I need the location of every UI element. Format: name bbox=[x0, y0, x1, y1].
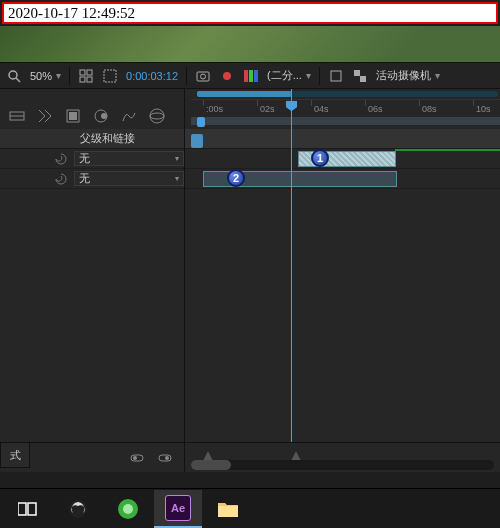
svg-point-8 bbox=[201, 74, 206, 79]
annotation-1: 1 bbox=[311, 149, 329, 167]
graph-editor-icon[interactable] bbox=[120, 107, 138, 125]
chevron-down-icon: ▾ bbox=[175, 154, 179, 163]
motion-blur-icon[interactable] bbox=[92, 107, 110, 125]
svg-point-0 bbox=[9, 71, 17, 79]
zoom-slider[interactable] bbox=[191, 460, 494, 470]
svg-point-19 bbox=[150, 113, 164, 119]
pickwhip-icon[interactable] bbox=[54, 152, 68, 166]
taskbar-app-explorer[interactable] bbox=[204, 490, 252, 528]
work-area-handle[interactable] bbox=[197, 91, 292, 97]
toggle-switches-icon[interactable] bbox=[130, 451, 144, 465]
svg-line-1 bbox=[16, 78, 20, 82]
parent-value: 无 bbox=[79, 171, 90, 186]
tick-label: 04s bbox=[314, 104, 329, 114]
tick-label: 08s bbox=[422, 104, 437, 114]
timecode-display[interactable]: 0:00:03:12 bbox=[126, 70, 178, 82]
svg-rect-5 bbox=[87, 77, 92, 82]
task-view-button[interactable] bbox=[4, 490, 52, 528]
svg-rect-11 bbox=[360, 76, 366, 82]
column-header-parent[interactable]: 父级和链接 bbox=[0, 129, 184, 149]
mode-label[interactable]: 式 bbox=[0, 442, 30, 468]
render-icon[interactable] bbox=[8, 107, 26, 125]
chevron-down-icon[interactable]: ▾ bbox=[306, 70, 311, 81]
svg-point-17 bbox=[101, 113, 107, 119]
windows-taskbar: Ae bbox=[0, 488, 500, 528]
composition-viewer[interactable] bbox=[0, 26, 500, 62]
snapshot-icon[interactable] bbox=[195, 68, 211, 84]
tick-label: 06s bbox=[368, 104, 383, 114]
mask-icon[interactable] bbox=[102, 68, 118, 84]
ae-icon: Ae bbox=[165, 495, 191, 521]
svg-point-21 bbox=[133, 456, 137, 460]
time-navigator[interactable] bbox=[191, 117, 500, 125]
svg-rect-25 bbox=[28, 503, 36, 515]
zoom-handle[interactable] bbox=[191, 460, 231, 470]
svg-point-18 bbox=[150, 109, 164, 123]
svg-rect-2 bbox=[80, 70, 85, 75]
shy-icon[interactable] bbox=[36, 107, 54, 125]
svg-rect-24 bbox=[18, 503, 26, 515]
timeline-panel: :00s 02s 04s 06s 08s 10s 父级和链接 无▾ 无▾ bbox=[0, 88, 500, 472]
chevron-down-icon[interactable]: ▾ bbox=[56, 70, 61, 81]
tick-label: 10s bbox=[476, 104, 491, 114]
chevron-down-icon: ▾ bbox=[175, 174, 179, 183]
annotation-2: 2 bbox=[227, 169, 245, 187]
svg-rect-4 bbox=[80, 77, 85, 82]
marker[interactable] bbox=[191, 134, 203, 148]
taskbar-app-aftereffects[interactable]: Ae bbox=[154, 490, 202, 528]
parent-dropdown[interactable]: 无▾ bbox=[74, 171, 184, 186]
draft3d-icon[interactable] bbox=[148, 107, 166, 125]
layer-track[interactable] bbox=[185, 149, 500, 169]
taskbar-app-obs[interactable] bbox=[54, 490, 102, 528]
parent-dropdown[interactable]: 无▾ bbox=[74, 151, 184, 166]
playhead-line[interactable] bbox=[291, 89, 292, 442]
timestamp-overlay: 2020-10-17 12:49:52 bbox=[2, 2, 498, 24]
svg-point-28 bbox=[123, 504, 133, 514]
resolution-dropdown[interactable]: (二分... bbox=[267, 68, 302, 83]
viewer-toolbar: 50% ▾ 0:00:03:12 (二分... ▾ 活动摄像机 ▾ bbox=[0, 62, 500, 88]
layer-row[interactable]: 无▾ bbox=[0, 149, 184, 169]
svg-rect-6 bbox=[104, 70, 116, 82]
transparency-grid-icon[interactable] bbox=[352, 68, 368, 84]
magnify-icon[interactable] bbox=[6, 68, 22, 84]
svg-rect-15 bbox=[69, 112, 77, 120]
time-ruler[interactable]: :00s 02s 04s 06s 08s 10s bbox=[191, 99, 500, 115]
record-icon[interactable] bbox=[219, 68, 235, 84]
time-ruler-area[interactable]: :00s 02s 04s 06s 08s 10s bbox=[185, 89, 500, 129]
timeline-header: :00s 02s 04s 06s 08s 10s bbox=[0, 89, 500, 129]
channel-icon[interactable] bbox=[243, 68, 259, 84]
tick-label: :00s bbox=[206, 104, 223, 114]
track-area[interactable]: 1 2 bbox=[185, 129, 500, 442]
region-icon[interactable] bbox=[328, 68, 344, 84]
svg-rect-10 bbox=[354, 70, 360, 76]
zoom-value[interactable]: 50% bbox=[30, 70, 52, 82]
tick-label: 02s bbox=[260, 104, 275, 114]
toggle-modes-icon[interactable] bbox=[158, 451, 172, 465]
timeline-footer bbox=[0, 442, 500, 472]
svg-point-23 bbox=[165, 456, 169, 460]
pickwhip-icon[interactable] bbox=[54, 172, 68, 186]
svg-rect-3 bbox=[87, 70, 92, 75]
grid-icon[interactable] bbox=[78, 68, 94, 84]
camera-dropdown[interactable]: 活动摄像机 bbox=[376, 68, 431, 83]
svg-rect-7 bbox=[197, 72, 209, 81]
navigator-handle[interactable] bbox=[197, 117, 205, 127]
svg-rect-29 bbox=[218, 506, 238, 517]
timeline-header-toolbar bbox=[0, 89, 185, 129]
marker-track[interactable] bbox=[185, 129, 500, 149]
svg-rect-9 bbox=[331, 71, 341, 81]
parent-value: 无 bbox=[79, 151, 90, 166]
layer-row[interactable]: 无▾ bbox=[0, 169, 184, 189]
chevron-down-icon[interactable]: ▾ bbox=[435, 70, 440, 81]
taskbar-app-browser[interactable] bbox=[104, 490, 152, 528]
frame-blend-icon[interactable] bbox=[64, 107, 82, 125]
layer-list: 父级和链接 无▾ 无▾ bbox=[0, 129, 185, 442]
